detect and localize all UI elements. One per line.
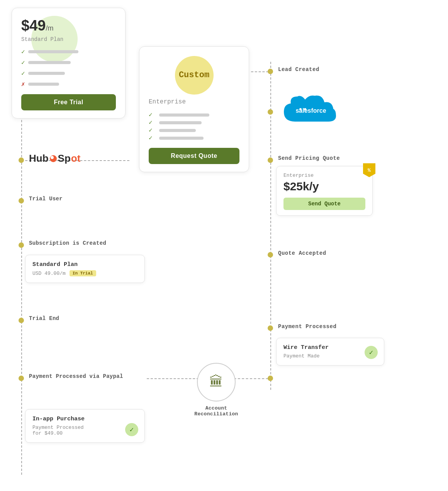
pricing-price: $25k/y [283, 180, 365, 193]
hubspot-text: Hub [29, 152, 49, 164]
subscription-amount: USD 49.00/m [32, 271, 66, 276]
dot-salesforce [268, 109, 273, 115]
feature-item: ✓ [21, 69, 116, 77]
request-quote-button[interactable]: Request Quote [149, 148, 239, 164]
dot-lead-created [268, 69, 273, 74]
dot-trial-user [19, 198, 24, 203]
enterprise-feature-list: ✓ ✓ ✓ ✓ [149, 111, 239, 142]
hubspot-dot-icon [50, 155, 57, 162]
payment-paypal-label: Payment Processed via Paypal [29, 373, 123, 379]
wire-transfer-card: Wire Transfer Payment Made ✓ [276, 338, 384, 366]
custom-badge: Custom [175, 56, 214, 95]
subscription-card: Standard Plan USD 49.00/m In Trial [25, 255, 145, 283]
check-icon: ✓ [149, 135, 153, 142]
feature-item: ✓ [149, 134, 239, 142]
dot-payment-processed [268, 325, 273, 331]
check-circle-icon: ✓ [365, 346, 378, 359]
dot-trial-end [19, 318, 24, 323]
standard-plan-label: Standard Plan [21, 36, 116, 42]
salesforce-badge: salesforce [276, 93, 346, 129]
inapp-sub: Payment Processedfor $49.00 [32, 425, 137, 436]
feature-bar [159, 113, 209, 117]
payment-processed-label: Payment Processed [278, 323, 336, 330]
subscription-created-label: Subscription is Created [29, 240, 106, 246]
inapp-check-circle-icon: ✓ [125, 423, 138, 436]
bank-icon: 🏛 [209, 374, 223, 391]
send-quote-button[interactable]: Send Quote [283, 198, 365, 210]
hubspot-text2: Sp [58, 152, 71, 164]
lead-created-label: Lead Created [278, 66, 319, 73]
diagram-container: $49/m Standard Plan ✓ ✓ ✓ ✗ [0, 0, 448, 491]
feature-item: ✓ [21, 48, 116, 56]
svg-point-2 [304, 108, 306, 110]
bank-reconciliation-circle: 🏛 [197, 363, 236, 401]
bank-label-line2: Reconciliation [194, 411, 238, 417]
check-icon: ✓ [149, 112, 153, 119]
trial-user-label: Trial User [29, 196, 63, 202]
cross-icon: ✗ [21, 80, 25, 88]
bank-to-right-connector [230, 378, 272, 379]
dot-paypal [19, 376, 24, 381]
free-trial-button[interactable]: Free Trial [21, 94, 116, 110]
quote-accepted-label: Quote Accepted [278, 250, 326, 256]
feature-bar [28, 50, 78, 53]
standard-plan-card: $49/m Standard Plan ✓ ✓ ✓ ✗ [12, 8, 126, 119]
hubspot-logo: HubSpot [29, 152, 80, 164]
dot-hubspot [19, 157, 24, 163]
custom-enterprise-card: Custom Enterprise ✓ ✓ ✓ ✓ Request Quote [139, 46, 249, 172]
dot-bank-right [268, 376, 273, 381]
pricing-enterprise-label: Enterprise [283, 173, 365, 178]
feature-item: ✗ [21, 80, 116, 88]
feature-bar [28, 72, 65, 75]
salesforce-cloud-svg: salesforce [276, 93, 346, 127]
check-icon: ✓ [21, 69, 25, 77]
feature-bar [159, 129, 196, 132]
subscription-title: Standard Plan [32, 261, 137, 268]
dot-subscription [19, 242, 24, 248]
dot-quote-accepted [268, 252, 273, 257]
standard-price: $49/m [21, 17, 116, 34]
check-icon: ✓ [149, 119, 153, 126]
feature-item: ✓ [149, 111, 239, 119]
svg-point-1 [299, 108, 302, 110]
feature-bar [28, 83, 59, 86]
enterprise-label: Enterprise [149, 98, 239, 105]
account-reconciliation-label: Account Reconciliation [185, 405, 247, 417]
bank-label-line1: Account [205, 405, 227, 411]
feature-bar [28, 61, 71, 64]
feature-bar [159, 137, 204, 140]
standard-feature-list: ✓ ✓ ✓ ✗ [21, 48, 116, 88]
feature-bar [159, 121, 202, 124]
check-icon: ✓ [21, 48, 25, 56]
dot-send-pricing [268, 157, 273, 163]
send-pricing-quote-label: Send Pricing Quote [278, 155, 340, 161]
feature-item: ✓ [149, 119, 239, 126]
trial-end-label: Trial End [29, 315, 59, 322]
check-icon: ✓ [149, 127, 153, 134]
in-trial-badge: In Trial [70, 270, 96, 276]
subscription-detail: USD 49.00/m In Trial [32, 270, 137, 276]
check-icon: ✓ [21, 59, 25, 66]
feature-item: ✓ [21, 59, 116, 66]
hubspot-o: ot [71, 152, 81, 164]
pricing-card: % Enterprise $25k/y Send Quote [276, 166, 373, 216]
wire-transfer-sub: Payment Made [283, 353, 377, 359]
inapp-purchase-card: In-app Purchase Payment Processedfor $49… [25, 409, 145, 443]
wire-transfer-title: Wire Transfer [283, 344, 377, 351]
feature-item: ✓ [149, 126, 239, 134]
inapp-title: In-app Purchase [32, 416, 137, 422]
